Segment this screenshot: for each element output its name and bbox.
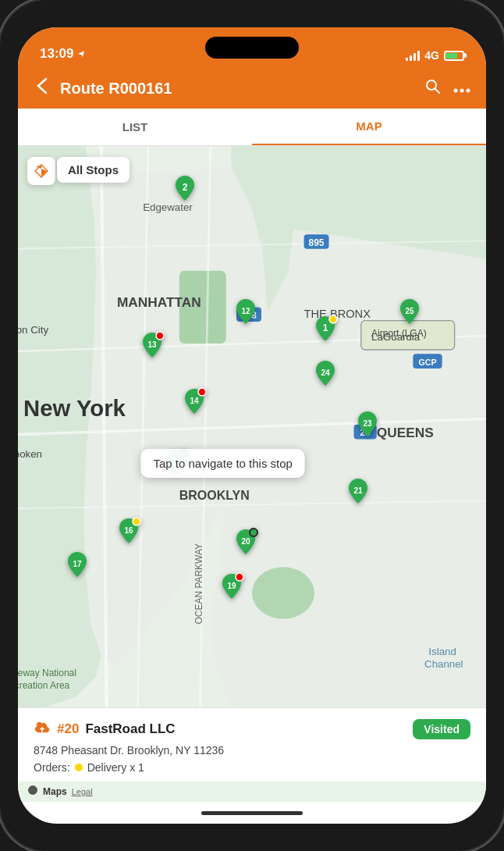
back-button[interactable]	[34, 74, 51, 102]
battery-fill	[446, 53, 457, 59]
tab-map[interactable]: MAP	[252, 109, 486, 145]
apple-icon	[27, 785, 38, 796]
svg-text:24: 24	[321, 369, 330, 377]
svg-text:23: 23	[363, 419, 372, 428]
more-dots-icon	[453, 88, 470, 93]
apple-maps-icon	[27, 785, 38, 799]
location-button[interactable]	[27, 157, 55, 185]
svg-point-2	[460, 88, 464, 92]
tab-list-label: LIST	[122, 120, 148, 134]
map-pin-pin-25[interactable]: 25	[397, 297, 422, 326]
pin-svg-pin-17: 17	[65, 550, 90, 579]
svg-text:Island: Island	[428, 646, 456, 657]
pin-svg-pin-13: 13	[140, 331, 165, 359]
svg-point-3	[467, 88, 470, 92]
pin-svg-pin-16: 16	[116, 517, 141, 545]
phone-frame: 13:09 4G	[0, 0, 504, 851]
map-pin-pin-2[interactable]: 2	[172, 174, 197, 202]
svg-point-47	[156, 332, 164, 340]
tab-list[interactable]: LIST	[18, 109, 252, 145]
pin-svg-pin-12: 12	[233, 297, 258, 326]
svg-text:17: 17	[73, 559, 82, 568]
svg-text:MANHATTAN: MANHATTAN	[117, 294, 201, 310]
svg-text:14: 14	[190, 397, 199, 405]
pin-svg-pin-14: 14	[182, 387, 207, 415]
svg-text:Edgewater: Edgewater	[143, 201, 193, 213]
maps-logo: Maps	[43, 786, 67, 797]
svg-text:Union City: Union City	[18, 324, 48, 336]
svg-text:25: 25	[405, 307, 414, 315]
map-pin-pin-24[interactable]: 24	[313, 359, 338, 387]
search-button[interactable]	[425, 79, 441, 98]
svg-text:OCEAN PARKWAY: OCEAN PARKWAY	[193, 543, 204, 625]
tab-map-label: MAP	[356, 119, 382, 133]
visited-badge[interactable]: Visited	[413, 719, 470, 739]
cloud-icon	[34, 721, 51, 738]
svg-text:20: 20	[241, 537, 250, 546]
map-pin-pin-17[interactable]: 17	[65, 550, 90, 579]
map-pin-pin-14[interactable]: 14	[182, 387, 207, 415]
signal-bars	[406, 50, 420, 61]
pin-svg-pin-21: 21	[346, 477, 371, 505]
legal-link[interactable]: Legal	[72, 787, 93, 796]
route-title: Route R000161	[60, 80, 416, 98]
svg-text:2: 2	[183, 182, 188, 193]
signal-bar-1	[406, 58, 408, 61]
pin-svg-pin-1: 1	[313, 315, 338, 343]
stop-orders: Orders: Delivery x 1	[34, 761, 470, 774]
pin-svg-pin-24: 24	[313, 359, 338, 387]
map-pin-pin-19[interactable]: 19	[219, 572, 244, 600]
svg-point-49	[198, 388, 206, 396]
svg-point-43	[329, 315, 337, 323]
bottom-panel: #20 FastRoad LLC Visited 8748 Pheasant D…	[18, 707, 486, 782]
svg-text:Gateway National: Gateway National	[18, 668, 76, 678]
svg-point-11	[252, 567, 314, 619]
battery-icon	[444, 51, 464, 61]
cloud-svg-icon	[34, 721, 51, 734]
svg-text:895: 895	[309, 237, 325, 248]
signal-bar-3	[413, 53, 416, 61]
map-container: 895 278 25 MANHATTAN New York THE BRONX …	[18, 146, 486, 707]
tab-bar: LIST MAP	[18, 109, 486, 146]
signal-bar-2	[410, 55, 412, 61]
all-stops-button[interactable]: All Stops	[57, 157, 130, 183]
status-time: 13:09	[40, 46, 86, 62]
svg-point-54	[133, 518, 140, 525]
map-pin-pin-16[interactable]: 16	[116, 517, 141, 545]
home-indicator	[18, 802, 486, 824]
svg-text:QUEENS: QUEENS	[377, 425, 434, 440]
svg-text:GCP: GCP	[418, 358, 436, 367]
time-display: 13:09	[40, 46, 73, 62]
svg-text:19: 19	[227, 582, 236, 590]
maps-attribution: Maps Legal	[18, 782, 486, 802]
more-button[interactable]	[453, 79, 470, 98]
all-stops-label: All Stops	[68, 163, 119, 176]
order-dot	[75, 764, 83, 771]
pin-svg-pin-25: 25	[397, 297, 422, 326]
svg-point-0	[427, 80, 436, 90]
map-pin-pin-23[interactable]: 23	[355, 410, 380, 438]
search-icon	[425, 79, 441, 94]
orders-label: Orders:	[34, 761, 70, 774]
map-pin-pin-21[interactable]: 21	[346, 477, 371, 505]
map-pin-pin-1[interactable]: 1	[313, 315, 338, 343]
tooltip-text: Tap to navigate to this stop	[153, 457, 292, 470]
stop-name: FastRoad LLC	[85, 721, 406, 737]
svg-text:16: 16	[124, 525, 133, 534]
map-pin-pin-20[interactable]: 20	[233, 528, 258, 556]
svg-text:New York: New York	[23, 395, 126, 421]
stop-address: 8748 Pheasant Dr. Brooklyn, NY 11236	[34, 744, 470, 757]
svg-text:21: 21	[353, 486, 363, 495]
navigate-icon	[34, 164, 48, 178]
location-arrow-icon	[76, 49, 86, 59]
pin-svg-pin-2: 2	[172, 174, 197, 202]
signal-bar-4	[417, 51, 420, 61]
svg-text:Airport (LGA): Airport (LGA)	[371, 328, 427, 339]
map-pin-pin-13[interactable]: 13	[140, 331, 165, 359]
home-bar	[201, 811, 303, 815]
pin-svg-pin-20: 20	[233, 528, 258, 556]
svg-text:12: 12	[241, 307, 250, 315]
navigation-tooltip[interactable]: Tap to navigate to this stop	[140, 449, 304, 478]
map-pin-pin-12[interactable]: 12	[233, 297, 258, 326]
stop-number: #20	[57, 721, 79, 737]
